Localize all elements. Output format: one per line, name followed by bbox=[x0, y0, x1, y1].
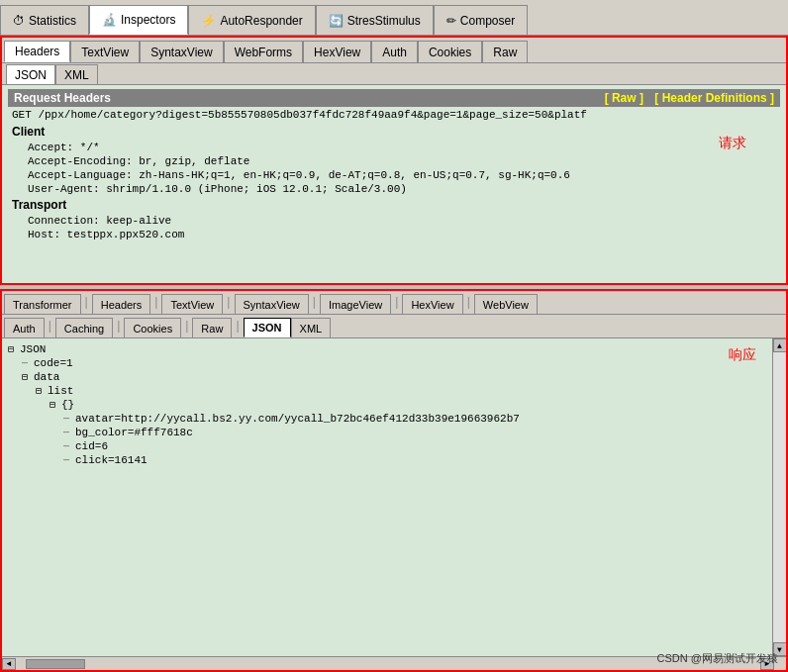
scroll-track bbox=[773, 352, 787, 656]
resp-tab-xml[interactable]: XML bbox=[291, 318, 332, 337]
top-tab-bar: ⏱ Statistics 🔬 Inspectors ⚡ AutoResponde… bbox=[0, 0, 788, 36]
host-header: Host: testppx.ppx520.com bbox=[8, 228, 780, 241]
req-tab-cookies[interactable]: Cookies bbox=[418, 41, 482, 62]
resp-tab-webview[interactable]: WebView bbox=[474, 294, 538, 314]
leaf-cid: ─ bbox=[63, 441, 73, 452]
composer-icon: ✏ bbox=[446, 14, 456, 28]
tree-label-bgcolor: bg_color=#fff7618c bbox=[75, 427, 193, 438]
stressstimulus-icon: 🔄 bbox=[329, 14, 344, 28]
tab-composer[interactable]: ✏ Composer bbox=[434, 5, 528, 35]
req-xml-tab[interactable]: XML bbox=[55, 64, 98, 84]
scroll-thumb[interactable] bbox=[26, 659, 85, 669]
tree-node-code: ─ code=1 bbox=[8, 356, 766, 370]
tree-label-cid: cid=6 bbox=[75, 440, 108, 452]
scroll-up-button[interactable]: ▲ bbox=[773, 338, 787, 352]
leaf-bgcolor: ─ bbox=[63, 428, 73, 438]
accept-header: Accept: */* bbox=[8, 141, 780, 154]
response-chinese-label: 响应 bbox=[729, 346, 756, 364]
tab-autoresponder[interactable]: ⚡ AutoResponder bbox=[188, 5, 315, 35]
request-json-xml-tabs: JSON XML bbox=[2, 63, 786, 85]
tree-node-json: ⊟ JSON bbox=[8, 342, 766, 356]
request-header-links: [ Raw ] [ Header Definitions ] bbox=[605, 91, 774, 105]
json-tree: ⊟ JSON ─ code=1 ⊟ data ⊟ list ⊟ {} bbox=[2, 338, 786, 656]
resp-tab-imageview[interactable]: ImageView bbox=[320, 294, 391, 314]
header-defs-link[interactable]: [ Header Definitions ] bbox=[654, 91, 774, 105]
request-chinese-label: 请求 bbox=[719, 135, 746, 152]
resp-tab-cookies[interactable]: Cookies bbox=[124, 318, 181, 337]
req-tab-hexview[interactable]: HexView bbox=[303, 41, 371, 62]
tree-label-data: data bbox=[34, 371, 59, 383]
tree-node-click: ─ click=16141 bbox=[8, 453, 766, 467]
watermark: CSDN @网易测试开发猿 bbox=[657, 651, 778, 666]
resp-tab-textview[interactable]: TextView bbox=[161, 294, 223, 314]
req-tab-webforms[interactable]: WebForms bbox=[224, 41, 303, 62]
expand-list[interactable]: ⊟ bbox=[36, 385, 46, 397]
connection-header: Connection: keep-alive bbox=[8, 214, 780, 228]
request-content: Request Headers [ Raw ] [ Header Definit… bbox=[2, 85, 786, 283]
user-agent-header: User-Agent: shrimp/1.10.0 (iPhone; iOS 1… bbox=[8, 182, 780, 196]
req-tab-auth[interactable]: Auth bbox=[371, 41, 418, 62]
resp-tab-transformer[interactable]: Transformer bbox=[4, 294, 81, 314]
request-header-bar: Request Headers [ Raw ] [ Header Definit… bbox=[8, 89, 780, 107]
autoresponder-icon: ⚡ bbox=[201, 14, 216, 28]
tree-node-avatar: ─ avatar=http://yycall.bs2.yy.com/yycall… bbox=[8, 412, 766, 426]
tree-node-list: ⊟ list bbox=[8, 384, 766, 398]
response-section: Transformer | Headers | TextView | Synta… bbox=[0, 289, 788, 672]
resp-tab-headers[interactable]: Headers bbox=[92, 294, 151, 314]
tree-label-list: list bbox=[48, 385, 73, 397]
leaf-avatar: ─ bbox=[63, 414, 73, 425]
request-subtabs: Headers TextView SyntaxView WebForms Hex… bbox=[2, 38, 786, 63]
tree-label-click: click=16141 bbox=[75, 454, 148, 466]
response-subtabs-row1: Transformer | Headers | TextView | Synta… bbox=[2, 291, 786, 315]
statistics-icon: ⏱ bbox=[13, 14, 25, 28]
tree-label-code: code=1 bbox=[34, 357, 73, 369]
resp-tab-raw[interactable]: Raw bbox=[192, 318, 232, 337]
tab-stressstimulus[interactable]: 🔄 StresStimulus bbox=[316, 5, 434, 35]
accept-encoding-header: Accept-Encoding: br, gzip, deflate bbox=[8, 154, 780, 168]
scroll-left-button[interactable]: ◄ bbox=[2, 658, 16, 670]
expand-data[interactable]: ⊟ bbox=[22, 371, 32, 383]
tree-label-avatar: avatar=http://yycall.bs2.yy.com/yycall_b… bbox=[75, 413, 520, 425]
raw-link[interactable]: [ Raw ] bbox=[605, 91, 643, 105]
accept-language-header: Accept-Language: zh-Hans-HK;q=1, en-HK;q… bbox=[8, 168, 780, 182]
inspectors-icon: 🔬 bbox=[102, 13, 117, 27]
tree-node-obj: ⊟ {} bbox=[8, 398, 766, 412]
expand-obj[interactable]: ⊟ bbox=[49, 399, 59, 411]
req-json-tab[interactable]: JSON bbox=[6, 64, 55, 84]
resp-tab-syntaxview[interactable]: SyntaxView bbox=[235, 294, 309, 314]
request-url: GET /ppx/home/category?digest=5b85557080… bbox=[8, 107, 780, 123]
response-subtabs-row2: Auth | Caching | Cookies | Raw | JSON XM… bbox=[2, 315, 786, 338]
resp-tab-caching[interactable]: Caching bbox=[55, 318, 113, 337]
leaf-code: ─ bbox=[22, 358, 32, 369]
main-content: Headers TextView SyntaxView WebForms Hex… bbox=[0, 36, 788, 672]
resp-tab-json[interactable]: JSON bbox=[244, 318, 291, 337]
resp-tab-hexview[interactable]: HexView bbox=[402, 294, 462, 314]
tree-node-data: ⊟ data bbox=[8, 370, 766, 384]
tree-node-bgcolor: ─ bg_color=#fff7618c bbox=[8, 426, 766, 439]
request-headers-title: Request Headers bbox=[14, 91, 111, 105]
request-section: Headers TextView SyntaxView WebForms Hex… bbox=[0, 36, 788, 285]
leaf-click: ─ bbox=[63, 455, 73, 466]
tree-label-obj: {} bbox=[61, 399, 74, 411]
tree-label-json: JSON bbox=[20, 343, 46, 355]
transport-section: Transport bbox=[8, 196, 780, 214]
expand-json[interactable]: ⊟ bbox=[8, 343, 18, 355]
tree-node-cid: ─ cid=6 bbox=[8, 439, 766, 453]
req-tab-syntaxview[interactable]: SyntaxView bbox=[140, 41, 223, 62]
resp-tab-auth[interactable]: Auth bbox=[4, 318, 45, 337]
req-tab-raw[interactable]: Raw bbox=[482, 41, 528, 62]
req-tab-textview[interactable]: TextView bbox=[70, 41, 140, 62]
tab-inspectors[interactable]: 🔬 Inspectors bbox=[89, 5, 188, 35]
tab-statistics[interactable]: ⏱ Statistics bbox=[0, 5, 89, 35]
client-section: Client bbox=[8, 123, 780, 141]
req-tab-headers[interactable]: Headers bbox=[4, 41, 70, 62]
vertical-scrollbar[interactable]: ▲ ▼ bbox=[772, 338, 786, 656]
json-tree-wrapper: 响应 ⊟ JSON ─ code=1 ⊟ data ⊟ list bbox=[2, 338, 786, 656]
